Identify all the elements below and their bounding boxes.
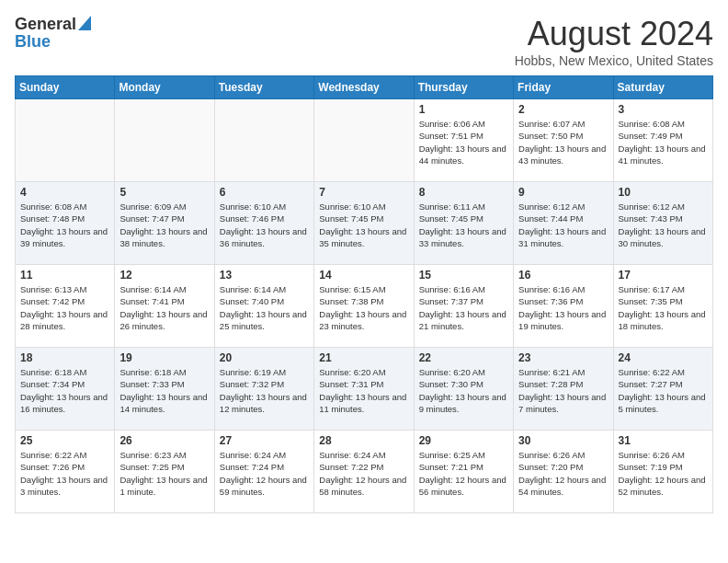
day-number: 15 (419, 269, 508, 282)
col-thursday: Thursday (414, 76, 513, 99)
day-info: Sunrise: 6:14 AMSunset: 7:40 PMDaylight:… (220, 283, 309, 332)
table-row: 16Sunrise: 6:16 AMSunset: 7:36 PMDayligh… (514, 265, 613, 348)
day-info: Sunrise: 6:08 AMSunset: 7:49 PMDaylight:… (619, 118, 708, 167)
table-row: 18Sunrise: 6:18 AMSunset: 7:34 PMDayligh… (16, 348, 115, 431)
table-row: 23Sunrise: 6:21 AMSunset: 7:28 PMDayligh… (514, 348, 613, 431)
day-number: 30 (518, 434, 608, 447)
day-info: Sunrise: 6:22 AMSunset: 7:26 PMDaylight:… (20, 449, 109, 498)
day-number: 7 (319, 186, 408, 199)
table-row: 14Sunrise: 6:15 AMSunset: 7:38 PMDayligh… (314, 265, 414, 348)
day-info: Sunrise: 6:17 AMSunset: 7:35 PMDaylight:… (619, 283, 708, 332)
day-number: 10 (619, 186, 708, 199)
day-info: Sunrise: 6:07 AMSunset: 7:50 PMDaylight:… (518, 118, 608, 167)
day-number: 5 (119, 186, 209, 199)
day-info: Sunrise: 6:26 AMSunset: 7:19 PMDaylight:… (619, 449, 708, 498)
day-info: Sunrise: 6:08 AMSunset: 7:48 PMDaylight:… (20, 201, 109, 249)
table-row: 26Sunrise: 6:23 AMSunset: 7:25 PMDayligh… (115, 431, 214, 513)
day-number: 27 (220, 434, 309, 447)
day-info: Sunrise: 6:14 AMSunset: 7:41 PMDaylight:… (119, 283, 209, 332)
day-number: 19 (119, 351, 209, 364)
day-number: 23 (518, 351, 608, 364)
day-info: Sunrise: 6:09 AMSunset: 7:47 PMDaylight:… (119, 201, 209, 249)
table-row: 4Sunrise: 6:08 AMSunset: 7:48 PMDaylight… (16, 182, 115, 265)
table-row (314, 99, 414, 182)
day-info: Sunrise: 6:19 AMSunset: 7:32 PMDaylight:… (220, 366, 309, 415)
table-row: 27Sunrise: 6:24 AMSunset: 7:24 PMDayligh… (214, 431, 313, 513)
day-info: Sunrise: 6:20 AMSunset: 7:31 PMDaylight:… (319, 366, 408, 415)
day-info: Sunrise: 6:16 AMSunset: 7:37 PMDaylight:… (419, 283, 508, 332)
title-area: August 2024 Hobbs, New Mexico, United St… (515, 15, 713, 68)
day-number: 12 (119, 269, 209, 282)
calendar-week-row: 4Sunrise: 6:08 AMSunset: 7:48 PMDaylight… (16, 182, 713, 265)
table-row: 31Sunrise: 6:26 AMSunset: 7:19 PMDayligh… (613, 431, 712, 513)
table-row: 2Sunrise: 6:07 AMSunset: 7:50 PMDaylight… (514, 99, 613, 182)
day-number: 4 (20, 186, 109, 199)
day-number: 11 (20, 269, 109, 282)
svg-marker-0 (78, 16, 91, 30)
table-row (16, 99, 115, 182)
logo: General Blue (15, 15, 91, 52)
day-info: Sunrise: 6:21 AMSunset: 7:28 PMDaylight:… (518, 366, 608, 415)
table-row: 6Sunrise: 6:10 AMSunset: 7:46 PMDaylight… (214, 182, 313, 265)
page-header: General Blue August 2024 Hobbs, New Mexi… (15, 15, 713, 68)
table-row: 11Sunrise: 6:13 AMSunset: 7:42 PMDayligh… (16, 265, 115, 348)
day-info: Sunrise: 6:11 AMSunset: 7:45 PMDaylight:… (419, 201, 508, 249)
day-info: Sunrise: 6:10 AMSunset: 7:46 PMDaylight:… (220, 201, 309, 249)
col-monday: Monday (115, 76, 214, 99)
calendar-week-row: 11Sunrise: 6:13 AMSunset: 7:42 PMDayligh… (16, 265, 713, 348)
day-info: Sunrise: 6:25 AMSunset: 7:21 PMDaylight:… (419, 449, 508, 498)
table-row: 30Sunrise: 6:26 AMSunset: 7:20 PMDayligh… (514, 431, 613, 513)
table-row: 1Sunrise: 6:06 AMSunset: 7:51 PMDaylight… (414, 99, 513, 182)
logo-blue-text: Blue (15, 32, 51, 52)
day-number: 31 (619, 434, 708, 447)
day-info: Sunrise: 6:13 AMSunset: 7:42 PMDaylight:… (20, 283, 109, 332)
location-text: Hobbs, New Mexico, United States (515, 53, 713, 68)
table-row: 8Sunrise: 6:11 AMSunset: 7:45 PMDaylight… (414, 182, 513, 265)
day-info: Sunrise: 6:18 AMSunset: 7:33 PMDaylight:… (119, 366, 209, 415)
day-number: 1 (419, 103, 508, 116)
table-row: 3Sunrise: 6:08 AMSunset: 7:49 PMDaylight… (613, 99, 712, 182)
col-saturday: Saturday (613, 76, 712, 99)
day-info: Sunrise: 6:12 AMSunset: 7:44 PMDaylight:… (518, 201, 608, 249)
day-info: Sunrise: 6:24 AMSunset: 7:22 PMDaylight:… (319, 449, 408, 498)
day-number: 6 (220, 186, 309, 199)
table-row (214, 99, 313, 182)
table-row: 17Sunrise: 6:17 AMSunset: 7:35 PMDayligh… (613, 265, 712, 348)
day-number: 25 (20, 434, 109, 447)
table-row: 19Sunrise: 6:18 AMSunset: 7:33 PMDayligh… (115, 348, 214, 431)
table-row: 29Sunrise: 6:25 AMSunset: 7:21 PMDayligh… (414, 431, 513, 513)
calendar-week-row: 1Sunrise: 6:06 AMSunset: 7:51 PMDaylight… (16, 99, 713, 182)
day-info: Sunrise: 6:15 AMSunset: 7:38 PMDaylight:… (319, 283, 408, 332)
day-number: 2 (518, 103, 608, 116)
col-sunday: Sunday (16, 76, 115, 99)
day-number: 14 (319, 269, 408, 282)
table-row: 12Sunrise: 6:14 AMSunset: 7:41 PMDayligh… (115, 265, 214, 348)
day-info: Sunrise: 6:06 AMSunset: 7:51 PMDaylight:… (419, 118, 508, 167)
table-row: 24Sunrise: 6:22 AMSunset: 7:27 PMDayligh… (613, 348, 712, 431)
logo-triangle-icon (78, 16, 91, 34)
day-info: Sunrise: 6:20 AMSunset: 7:30 PMDaylight:… (419, 366, 508, 415)
calendar-table: Sunday Monday Tuesday Wednesday Thursday… (15, 75, 713, 513)
table-row: 9Sunrise: 6:12 AMSunset: 7:44 PMDaylight… (514, 182, 613, 265)
day-info: Sunrise: 6:12 AMSunset: 7:43 PMDaylight:… (619, 201, 708, 249)
day-info: Sunrise: 6:26 AMSunset: 7:20 PMDaylight:… (518, 449, 608, 498)
day-number: 8 (419, 186, 508, 199)
day-number: 20 (220, 351, 309, 364)
table-row: 5Sunrise: 6:09 AMSunset: 7:47 PMDaylight… (115, 182, 214, 265)
logo-general-text: General (15, 15, 76, 34)
day-number: 17 (619, 269, 708, 282)
day-number: 22 (419, 351, 508, 364)
table-row: 21Sunrise: 6:20 AMSunset: 7:31 PMDayligh… (314, 348, 414, 431)
col-friday: Friday (514, 76, 613, 99)
day-info: Sunrise: 6:24 AMSunset: 7:24 PMDaylight:… (220, 449, 309, 498)
table-row: 28Sunrise: 6:24 AMSunset: 7:22 PMDayligh… (314, 431, 414, 513)
table-row: 22Sunrise: 6:20 AMSunset: 7:30 PMDayligh… (414, 348, 513, 431)
table-row: 25Sunrise: 6:22 AMSunset: 7:26 PMDayligh… (16, 431, 115, 513)
day-number: 18 (20, 351, 109, 364)
month-title: August 2024 (515, 15, 713, 53)
day-info: Sunrise: 6:16 AMSunset: 7:36 PMDaylight:… (518, 283, 608, 332)
day-info: Sunrise: 6:18 AMSunset: 7:34 PMDaylight:… (20, 366, 109, 415)
day-number: 9 (518, 186, 608, 199)
table-row: 7Sunrise: 6:10 AMSunset: 7:45 PMDaylight… (314, 182, 414, 265)
day-number: 21 (319, 351, 408, 364)
